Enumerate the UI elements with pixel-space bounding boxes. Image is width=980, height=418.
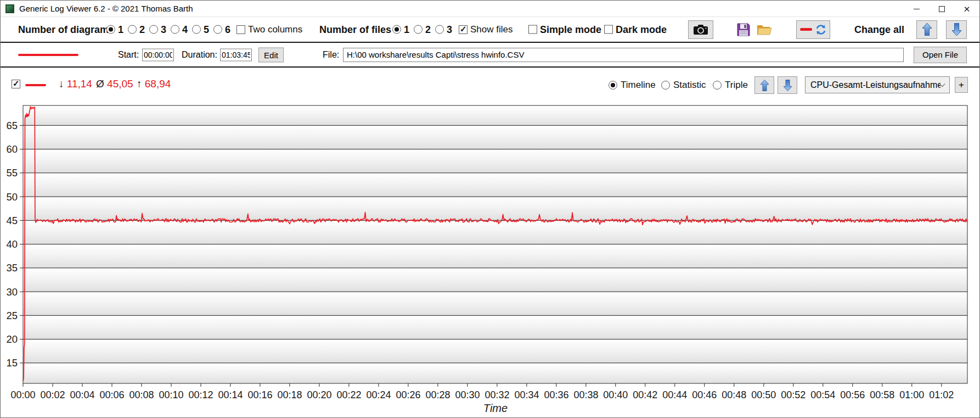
maximize-icon: [939, 6, 945, 12]
plot-band: [23, 197, 967, 220]
signal-selector-dropdown[interactable]: CPU-Gesamt-Leistungsaufnahme [W]: [805, 76, 950, 93]
dark-mode-checkbox[interactable]: [604, 25, 613, 34]
x-tick-label: 00:08: [129, 389, 154, 400]
y-tick-label: 60: [6, 143, 18, 155]
red-line-icon: [800, 28, 812, 31]
duration-input[interactable]: [220, 48, 252, 61]
number-of-files-label: Number of files: [319, 24, 391, 35]
diagram-count-radio-6[interactable]: [213, 25, 222, 34]
x-tick-label: 00:52: [781, 389, 806, 400]
duration-label: Duration:: [182, 50, 217, 60]
view-radio-triple[interactable]: Triple: [713, 80, 748, 91]
refresh-icon: [815, 24, 826, 35]
statistic-radio[interactable]: [661, 81, 670, 90]
x-tick-label: 00:36: [544, 389, 568, 400]
x-tick-label: 01:00: [899, 389, 924, 400]
x-tick-label: 00:58: [870, 389, 894, 400]
reset-zoom-button[interactable]: [796, 20, 830, 39]
show-files-checkbox[interactable]: [459, 25, 468, 34]
simple-mode-checkbox[interactable]: [528, 25, 537, 34]
signal-selector-value: CPU-Gesamt-Leistungsaufnahme [W]: [810, 80, 940, 90]
plot-band: [23, 268, 967, 292]
file-color-swatch: [18, 54, 78, 56]
file-path-input[interactable]: [343, 48, 904, 62]
close-button[interactable]: ✕: [954, 1, 979, 17]
file-count-radio-3[interactable]: [435, 25, 444, 34]
start-input[interactable]: [142, 48, 174, 61]
x-tick-label: 00:46: [692, 389, 717, 400]
two-columns-checkbox-row: Two columns: [236, 24, 302, 35]
diagram-count-radio-4[interactable]: [171, 25, 179, 34]
maximize-button[interactable]: [929, 1, 954, 17]
diagram-count-radio-group: 1 2 3 4 5 6: [106, 24, 230, 35]
file-count-radio-group: 1 2 3: [392, 24, 452, 35]
x-tick-label: 00:54: [810, 389, 835, 400]
close-icon: ✕: [964, 5, 971, 13]
toolbar: Number of diagrams 1 2 3 4 5 6 Two colum…: [1, 17, 979, 43]
x-tick-label: 00:28: [425, 389, 450, 400]
diagram-count-radio-1[interactable]: [106, 25, 115, 34]
x-tick-label: 00:48: [722, 389, 746, 400]
x-axis-title: Time: [483, 402, 508, 414]
file-count-radio-2[interactable]: [414, 25, 423, 34]
min-stat: ↓ 11,14: [59, 78, 92, 90]
save-button[interactable]: [735, 21, 752, 38]
x-tick-label: 00:02: [40, 389, 65, 400]
y-tick-label: 30: [6, 286, 18, 298]
add-signal-button[interactable]: +: [955, 77, 968, 93]
x-tick-label: 00:38: [573, 389, 598, 400]
app-icon: [5, 4, 14, 13]
number-of-diagrams-label: Number of diagrams: [18, 24, 114, 35]
series-color-swatch: [25, 84, 46, 86]
file-count-radio-1[interactable]: [392, 25, 401, 34]
x-tick-label: 00:00: [10, 389, 35, 400]
series-visibility-checkbox[interactable]: [12, 80, 20, 88]
plot-band: [23, 125, 967, 149]
change-all-up-button[interactable]: [916, 20, 937, 39]
plot-band: [23, 244, 967, 268]
plot-band: [23, 339, 967, 363]
file-row: Start: Duration: Edit File: Open File: [1, 43, 979, 68]
open-file-button[interactable]: Open File: [914, 47, 967, 63]
x-tick-label: 00:42: [633, 389, 657, 400]
x-tick-label: 00:10: [159, 389, 183, 400]
change-all-down-button[interactable]: [946, 20, 967, 39]
diagram-count-radio-3[interactable]: [149, 25, 158, 34]
diagram-count-radio-2[interactable]: [128, 25, 137, 34]
down-arrow-icon: [952, 23, 961, 36]
max-stat: ↑ 68,94: [137, 78, 171, 90]
plot-band: [23, 105, 967, 125]
start-label: Start:: [118, 50, 139, 60]
minimize-button[interactable]: [904, 1, 929, 17]
x-tick-label: 00:40: [603, 389, 628, 400]
x-tick-label: 00:32: [485, 389, 509, 400]
x-tick-label: 00:06: [99, 389, 124, 400]
plot-band: [23, 292, 967, 315]
y-tick-label: 15: [6, 357, 18, 369]
signal-up-button[interactable]: [754, 76, 774, 94]
diagram-count-radio-5[interactable]: [192, 25, 201, 34]
plot-band: [23, 363, 967, 383]
avg-stat: Ø 45,05: [96, 78, 133, 90]
x-tick-label: 00:04: [70, 389, 94, 400]
minimize-icon: [914, 9, 920, 9]
view-radio-statistic[interactable]: Statistic: [661, 80, 706, 91]
edit-button[interactable]: Edit: [258, 47, 284, 62]
up-arrow-icon: [922, 23, 932, 36]
two-columns-checkbox[interactable]: [236, 25, 245, 34]
y-tick-label: 50: [6, 191, 18, 203]
down-arrow-icon: [784, 80, 792, 91]
triple-radio[interactable]: [713, 81, 722, 90]
x-tick-label: 00:16: [247, 389, 272, 400]
max-arrow-icon: ↑: [137, 78, 142, 90]
y-tick-label: 40: [6, 238, 18, 250]
view-radio-timeline[interactable]: Timeline: [609, 80, 656, 91]
open-folder-button[interactable]: [756, 21, 773, 38]
screenshot-button[interactable]: [688, 20, 713, 39]
signal-down-button[interactable]: [778, 76, 797, 94]
window-title: Generic Log Viewer 6.2 - © 2021 Thomas B…: [19, 4, 193, 13]
change-all-label: Change all: [854, 24, 904, 35]
timeline-radio[interactable]: [609, 81, 617, 90]
x-tick-label: 00:14: [218, 389, 243, 400]
x-tick-label: 00:26: [396, 389, 420, 400]
